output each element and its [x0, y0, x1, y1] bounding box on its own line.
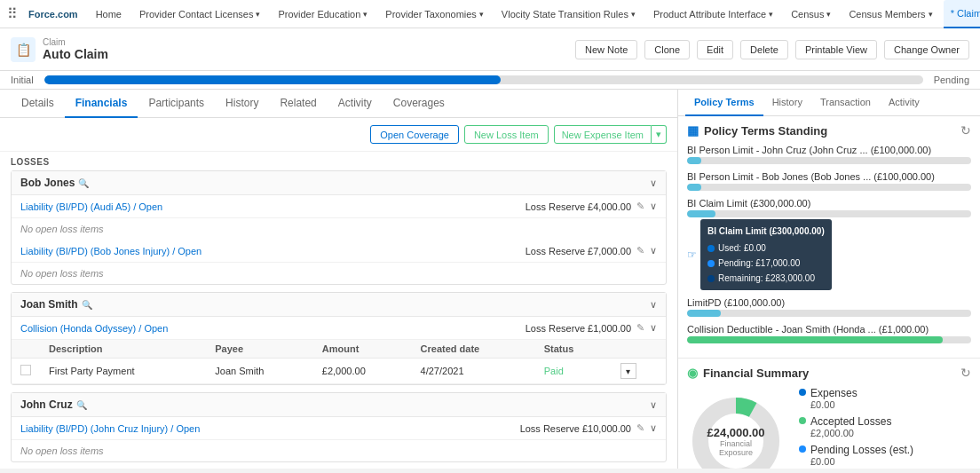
refresh-icon[interactable]: ↻ — [960, 123, 971, 138]
new-note-button[interactable]: New Note — [575, 40, 637, 59]
app-launcher-icon[interactable]: ⠿ — [7, 5, 18, 22]
pointer-icon[interactable]: ☞ — [687, 248, 697, 261]
chevron-down-icon: ▾ — [769, 10, 773, 19]
chevron-down-icon: ▾ — [363, 10, 368, 19]
fin-legend: Expenses £0.00 Accepted Losses £2,000.00 — [799, 387, 913, 469]
row-description: First Party Payment — [40, 359, 206, 384]
new-expense-item-arrow[interactable]: ▾ — [652, 125, 667, 144]
nav-provider-tax[interactable]: Provider Taxonomies▾ — [378, 0, 491, 28]
nav-vlocity[interactable]: Vlocity State Transition Rules▾ — [494, 0, 643, 28]
tooltip-row-remaining: Remaining: £283,000.00 — [707, 271, 825, 286]
right-tab-history[interactable]: History — [763, 90, 811, 116]
policy-limit-label: BI Claim Limit (£300,000.00) — [687, 198, 971, 209]
legend-accepted-losses: Accepted Losses £2,000.00 — [799, 415, 913, 438]
coverage-row-collision-honda[interactable]: Collision (Honda Odyssey) / Open Loss Re… — [12, 317, 666, 340]
edit-icon[interactable]: ✎ — [636, 245, 644, 256]
legend-expenses: Expenses £0.00 — [799, 387, 913, 410]
nav-product-attr[interactable]: Product Attribute Interface▾ — [646, 0, 780, 28]
chevron-down-icon: ▾ — [256, 10, 260, 19]
change-owner-button[interactable]: Change Owner — [884, 40, 969, 59]
progress-label-left: Initial — [11, 75, 34, 85]
chevron-down-icon: ∨ — [650, 201, 657, 212]
row-arrow[interactable]: ▾ — [612, 359, 666, 384]
progress-area: Initial Pending — [0, 71, 980, 90]
tab-activity[interactable]: Activity — [328, 90, 383, 118]
policy-bar-fill — [687, 310, 721, 317]
policy-bar-track — [687, 157, 971, 164]
col-status: Status — [535, 340, 612, 359]
coverage-title: Liability (BI/PD) (Audi A5) / Open — [20, 201, 162, 212]
expenses-dot — [799, 389, 806, 396]
chevron-down-icon: ∨ — [650, 177, 657, 189]
policy-bar-fill — [687, 336, 943, 343]
nav-provider-edu[interactable]: Provider Education▾ — [271, 0, 375, 28]
nav-home[interactable]: Home — [89, 0, 129, 28]
printable-view-button[interactable]: Printable View — [795, 40, 877, 59]
financial-summary-section: ◉ Financial Summary ↻ £24,000.00 — [678, 358, 980, 469]
claimant-header-joan-smith[interactable]: Joan Smith 🔍 ∨ — [12, 293, 666, 317]
fin-icon: ◉ — [687, 366, 698, 380]
tab-details[interactable]: Details — [11, 90, 65, 118]
loss-reserve: Loss Reserve £7,000.00 ✎ ∨ — [526, 245, 657, 256]
loss-reserve: Loss Reserve £4,000.00 ✎ ∨ — [526, 201, 657, 212]
donut-chart: £24,000.00 Financial Exposure — [687, 392, 785, 469]
tooltip-row-used: Used: £0.00 — [707, 240, 825, 256]
claim-icon: 📋 — [11, 37, 36, 62]
policy-bar-fill — [687, 157, 701, 164]
nav-census[interactable]: Census▾ — [784, 0, 838, 28]
col-action — [612, 340, 666, 359]
fin-summary-header: ◉ Financial Summary ↻ — [687, 366, 971, 380]
policy-terms-header: ▦ Policy Terms Standing ↻ — [687, 123, 971, 138]
coverage-row-liability-bob-injury[interactable]: Liability (BI/PD) (Bob Jones Injury) / O… — [12, 240, 666, 263]
tooltip-title: BI Claim Limit (£300,000.00) — [707, 224, 825, 239]
right-tab-policy-terms[interactable]: Policy Terms — [685, 90, 763, 116]
right-tab-activity[interactable]: Activity — [880, 90, 929, 116]
coverage-row-liability-john-injury[interactable]: Liability (BI/PD) (John Cruz Injury) / O… — [12, 417, 666, 440]
tab-related[interactable]: Related — [269, 90, 327, 118]
claimant-block-john-cruz: John Cruz 🔍 ∨ Liability (BI/PD) (John Cr… — [11, 392, 667, 462]
table-row: First Party Payment Joan Smith £2,000.00… — [12, 359, 666, 384]
tab-history[interactable]: History — [215, 90, 269, 118]
chevron-down-icon: ▾ — [826, 10, 831, 19]
tab-financials[interactable]: Financials — [65, 90, 138, 118]
edit-button[interactable]: Edit — [697, 40, 733, 59]
nav-provider-contact[interactable]: Provider Contact Licenses▾ — [132, 0, 267, 28]
legend-label-expenses: Expenses — [810, 387, 858, 399]
edit-icon[interactable]: ✎ — [636, 422, 644, 434]
tab-participants[interactable]: Participants — [138, 90, 215, 118]
policy-limit-label: BI Person Limit - John Cruz (John Cruz .… — [687, 145, 971, 155]
clone-button[interactable]: Clone — [644, 40, 690, 59]
col-checkbox — [12, 340, 40, 359]
new-loss-item-button[interactable]: New Loss Item — [464, 125, 549, 144]
nav-census-members[interactable]: Census Members▾ — [842, 0, 939, 28]
progress-bar-fill — [44, 75, 502, 84]
donut-amount: £24,000.00 — [707, 426, 764, 439]
financials-toolbar: Open Coverage New Loss Item New Expense … — [0, 118, 677, 152]
donut-label: Financial Exposure — [707, 439, 764, 457]
edit-icon[interactable]: ✎ — [636, 201, 644, 212]
open-coverage-button[interactable]: Open Coverage — [370, 125, 459, 144]
header-left: 📋 Claim Auto Claim — [11, 37, 108, 62]
loss-reserve: Loss Reserve £10,000.00 ✎ ∨ — [520, 422, 657, 434]
right-tab-transaction[interactable]: Transaction — [811, 90, 880, 116]
tooltip-row-pending: Pending: £17,000.00 — [707, 256, 825, 271]
row-checkbox[interactable] — [12, 359, 40, 384]
refresh-icon[interactable]: ↻ — [960, 366, 971, 380]
policy-terms-section: ▦ Policy Terms Standing ↻ BI Person Limi… — [678, 116, 980, 358]
delete-button[interactable]: Delete — [740, 40, 788, 59]
policy-bar-track — [687, 336, 971, 343]
row-date: 4/27/2021 — [412, 359, 535, 384]
coverage-row-liability-audi[interactable]: Liability (BI/PD) (Audi A5) / Open Loss … — [12, 195, 666, 218]
header-title: Claim Auto Claim — [43, 37, 108, 61]
nav-claims[interactable]: * Claims✕ — [944, 0, 980, 28]
claimant-header-john-cruz[interactable]: John Cruz 🔍 ∨ — [12, 393, 666, 417]
losses-title: LOSSES — [11, 152, 667, 170]
policy-bar-track — [687, 184, 971, 191]
col-amount: Amount — [313, 340, 412, 359]
tab-coverages[interactable]: Coverages — [383, 90, 455, 118]
edit-icon[interactable]: ✎ — [636, 322, 644, 334]
policy-bar-track — [687, 310, 971, 317]
new-expense-item-button[interactable]: New Expense Item — [554, 125, 652, 144]
claimant-header-bob-jones[interactable]: Bob Jones 🔍 ∨ — [12, 171, 666, 195]
claimant-block-bob-jones: Bob Jones 🔍 ∨ Liability (BI/PD) (Audi A5… — [11, 170, 667, 285]
